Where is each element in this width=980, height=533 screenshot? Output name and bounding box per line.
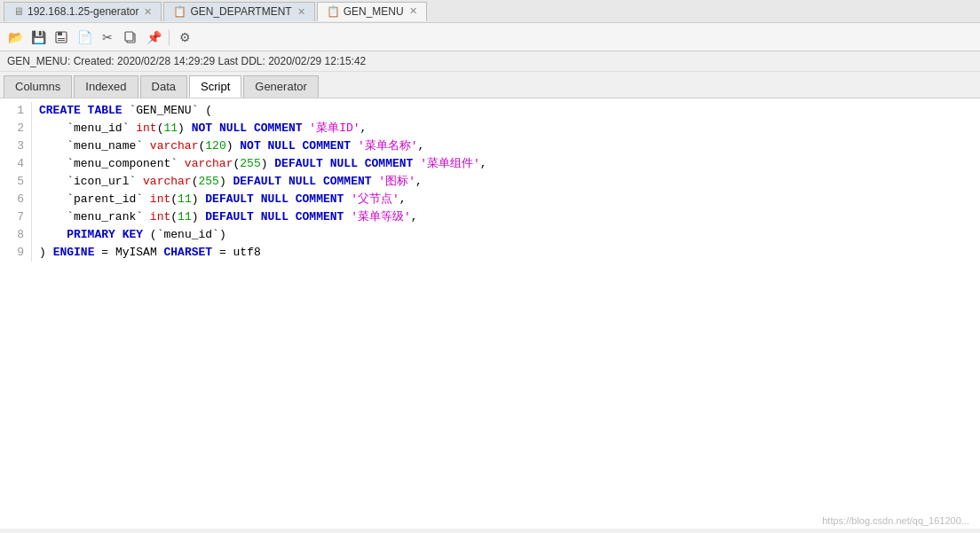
cut-button[interactable]: ✂ xyxy=(98,27,117,47)
code-line-2: 2 `menu_id` int(11) NOT NULL COMMENT '菜单… xyxy=(0,120,980,137)
open-button[interactable]: 📂 xyxy=(5,27,25,47)
code-line-1: 1 CREATE TABLE `GEN_MENU` ( xyxy=(0,102,980,120)
tab-indexed[interactable]: Indexed xyxy=(74,75,138,98)
svg-rect-1 xyxy=(58,32,62,35)
tab-generator[interactable]: Generator xyxy=(243,75,319,98)
table-icon-dept: 📋 xyxy=(173,5,186,18)
tab-script[interactable]: Script xyxy=(189,75,241,98)
info-bar: GEN_MENU: Created: 2020/02/28 14:29:29 L… xyxy=(0,51,980,72)
code-area[interactable]: 1 CREATE TABLE `GEN_MENU` ( 2 `menu_id` … xyxy=(0,98,980,529)
title-bar: 🖥 192.168.1.25-generator ✕ 📋 GEN_DEPARTM… xyxy=(0,0,980,23)
code-line-3: 3 `menu_name` varchar(120) NOT NULL COMM… xyxy=(0,137,980,155)
code-line-9: 9 ) ENGINE = MyISAM CHARSET = utf8 xyxy=(0,244,980,262)
copy-button[interactable] xyxy=(121,27,140,47)
code-line-7: 7 `menu_rank` int(11) DEFAULT NULL COMME… xyxy=(0,208,980,226)
toolbar-separator xyxy=(169,29,170,45)
nav-tabs: Columns Indexed Data Script Generator xyxy=(0,72,980,98)
save-all-icon xyxy=(54,30,68,44)
paste-button[interactable]: 📌 xyxy=(144,27,163,47)
svg-rect-5 xyxy=(125,32,133,41)
close-tab-generator[interactable]: ✕ xyxy=(144,6,152,18)
code-line-8: 8 PRIMARY KEY (`menu_id`) xyxy=(0,226,980,244)
code-line-4: 4 `menu_component` varchar(255) DEFAULT … xyxy=(0,155,980,173)
tab-department[interactable]: 📋 GEN_DEPARTMENT ✕ xyxy=(163,2,314,21)
db-icon: 🖥 xyxy=(13,5,24,18)
code-line-5: 5 `icon_url` varchar(255) DEFAULT NULL C… xyxy=(0,173,980,191)
tab-menu[interactable]: 📋 GEN_MENU ✕ xyxy=(317,2,427,21)
toolbar: 📂 💾 📄 ✂ 📌 ⚙ xyxy=(0,23,980,51)
tab-data[interactable]: Data xyxy=(140,75,187,98)
copy-icon xyxy=(123,30,138,44)
svg-rect-2 xyxy=(58,38,65,39)
close-tab-menu[interactable]: ✕ xyxy=(409,5,417,17)
watermark: https://blog.csdn.net/qq_161200... xyxy=(822,515,969,526)
settings-button[interactable]: ⚙ xyxy=(175,27,194,47)
info-text: GEN_MENU: Created: 2020/02/28 14:29:29 L… xyxy=(7,55,366,67)
tab-columns[interactable]: Columns xyxy=(4,75,72,98)
save-all-button[interactable] xyxy=(51,27,71,47)
save-button[interactable]: 💾 xyxy=(28,27,48,47)
tab-generator[interactable]: 🖥 192.168.1.25-generator ✕ xyxy=(4,2,162,21)
close-tab-department[interactable]: ✕ xyxy=(297,6,305,18)
new-button[interactable]: 📄 xyxy=(75,27,94,47)
table-icon-menu: 📋 xyxy=(327,5,340,18)
code-line-6: 6 `parent_id` int(11) DEFAULT NULL COMME… xyxy=(0,191,980,208)
svg-rect-3 xyxy=(58,40,65,41)
